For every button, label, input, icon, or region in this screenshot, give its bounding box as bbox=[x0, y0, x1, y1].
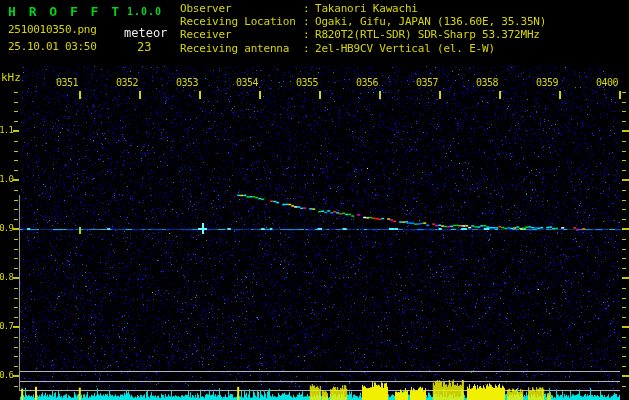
info-value: Takanori Kawachi bbox=[315, 2, 418, 15]
freq-major-tick-right bbox=[622, 375, 629, 377]
time-tick bbox=[259, 91, 261, 99]
freq-major-tick-left bbox=[13, 375, 19, 377]
info-value: 2el-HB9CV Vertical (el. E-W) bbox=[315, 42, 495, 55]
freq-minor-tick-right bbox=[622, 347, 626, 348]
freq-major-tick-right bbox=[622, 277, 629, 279]
time-tick-label: 0356 bbox=[340, 77, 378, 88]
hrofft-screenshot: H R O F F T 1.0.0 2510010350.png meteor … bbox=[0, 0, 629, 400]
freq-minor-tick-right bbox=[622, 92, 626, 93]
freq-minor-tick-right bbox=[622, 268, 626, 269]
time-tick-label: 0355 bbox=[280, 77, 318, 88]
time-tick-label: 0353 bbox=[160, 77, 198, 88]
freq-tick-label: 1.1 bbox=[0, 125, 13, 135]
time-tick-label: 0400 bbox=[580, 77, 618, 88]
freq-minor-tick-right bbox=[622, 190, 626, 191]
info-colon: : bbox=[303, 15, 315, 28]
freq-minor-tick-left bbox=[14, 268, 18, 269]
freq-tick-label: 0.8 bbox=[0, 272, 13, 282]
freq-tick-label: 0.6 bbox=[0, 370, 13, 380]
freq-minor-tick-left bbox=[14, 170, 18, 171]
freq-tick-label: 0.7 bbox=[0, 321, 13, 331]
freq-minor-tick-left bbox=[14, 160, 18, 161]
freq-minor-tick-right bbox=[622, 121, 626, 122]
freq-major-tick-left bbox=[13, 228, 19, 230]
info-label: Receiving Location bbox=[180, 15, 303, 28]
info-label: Receiving antenna bbox=[180, 42, 303, 55]
time-tick bbox=[439, 91, 441, 99]
info-label: Observer bbox=[180, 2, 303, 15]
freq-minor-tick-left bbox=[14, 317, 18, 318]
freq-minor-tick-left bbox=[14, 347, 18, 348]
time-tick bbox=[619, 91, 621, 99]
freq-minor-tick-left bbox=[14, 337, 18, 338]
freq-tick-label: 0.9 bbox=[0, 223, 13, 233]
time-tick-label: 0359 bbox=[520, 77, 558, 88]
spectrogram-canvas bbox=[0, 0, 629, 400]
info-value: R820T2(RTL-SDR) SDR-Sharp 53.372MHz bbox=[315, 28, 540, 41]
freq-minor-tick-left bbox=[14, 298, 18, 299]
freq-minor-tick-right bbox=[622, 170, 626, 171]
time-tick bbox=[379, 91, 381, 99]
freq-minor-tick-left bbox=[14, 141, 18, 142]
freq-minor-tick-left bbox=[14, 209, 18, 210]
freq-major-tick-right bbox=[622, 130, 629, 132]
freq-minor-tick-right bbox=[622, 298, 626, 299]
freq-minor-tick-left bbox=[14, 219, 18, 220]
freq-minor-tick-right bbox=[622, 141, 626, 142]
info-colon: : bbox=[303, 28, 315, 41]
freq-minor-tick-right bbox=[622, 337, 626, 338]
freq-minor-tick-right bbox=[622, 160, 626, 161]
info-colon: : bbox=[303, 42, 315, 55]
freq-minor-tick-right bbox=[622, 209, 626, 210]
freq-major-tick-left bbox=[13, 179, 19, 181]
freq-minor-tick-right bbox=[622, 307, 626, 308]
freq-minor-tick-left bbox=[14, 239, 18, 240]
freq-minor-tick-left bbox=[14, 307, 18, 308]
freq-tick-label: 1.0 bbox=[0, 174, 13, 184]
freq-major-tick-right bbox=[622, 326, 629, 328]
freq-minor-tick-left bbox=[14, 356, 18, 357]
freq-major-tick-right bbox=[622, 228, 629, 230]
observation-datetime: 25.10.01 03:50 bbox=[8, 40, 97, 53]
info-row: Receiving antenna:2el-HB9CV Vertical (el… bbox=[180, 42, 546, 55]
info-row: Observer:Takanori Kawachi bbox=[180, 2, 546, 15]
freq-minor-tick-right bbox=[622, 151, 626, 152]
freq-minor-tick-right bbox=[622, 356, 626, 357]
freq-major-tick-left bbox=[13, 326, 19, 328]
time-tick-label: 0357 bbox=[400, 77, 438, 88]
freq-minor-tick-right bbox=[622, 219, 626, 220]
info-row: Receiver:R820T2(RTL-SDR) SDR-Sharp 53.37… bbox=[180, 28, 546, 41]
time-tick bbox=[199, 91, 201, 99]
info-colon: : bbox=[303, 2, 315, 15]
station-info: Observer:Takanori KawachiReceiving Locat… bbox=[180, 2, 546, 55]
freq-minor-tick-left bbox=[14, 249, 18, 250]
info-label: Receiver bbox=[180, 28, 303, 41]
freq-minor-tick-left bbox=[14, 190, 18, 191]
app-version: 1.0.0 bbox=[127, 6, 162, 17]
freq-minor-tick-right bbox=[622, 200, 626, 201]
freq-minor-tick-left bbox=[14, 121, 18, 122]
freq-minor-tick-left bbox=[14, 288, 18, 289]
freq-minor-tick-right bbox=[622, 102, 626, 103]
freq-unit-label: kHz bbox=[1, 71, 21, 84]
freq-minor-tick-left bbox=[14, 151, 18, 152]
freq-minor-tick-left bbox=[14, 386, 18, 387]
freq-minor-tick-right bbox=[622, 249, 626, 250]
freq-minor-tick-left bbox=[14, 258, 18, 259]
freq-minor-tick-left bbox=[14, 366, 18, 367]
freq-minor-tick-right bbox=[622, 239, 626, 240]
freq-minor-tick-right bbox=[622, 386, 626, 387]
freq-minor-tick-left bbox=[14, 111, 18, 112]
freq-minor-tick-right bbox=[622, 111, 626, 112]
echo-count: 23 bbox=[137, 40, 151, 54]
info-value: Ogaki, Gifu, JAPAN (136.60E, 35.35N) bbox=[315, 15, 546, 28]
time-tick bbox=[319, 91, 321, 99]
freq-minor-tick-right bbox=[622, 258, 626, 259]
freq-minor-tick-left bbox=[14, 92, 18, 93]
app-title: H R O F F T bbox=[8, 4, 122, 19]
freq-minor-tick-right bbox=[622, 317, 626, 318]
time-tick-label: 0358 bbox=[460, 77, 498, 88]
time-tick bbox=[139, 91, 141, 99]
freq-minor-tick-left bbox=[14, 200, 18, 201]
output-filename: 2510010350.png bbox=[8, 23, 97, 36]
